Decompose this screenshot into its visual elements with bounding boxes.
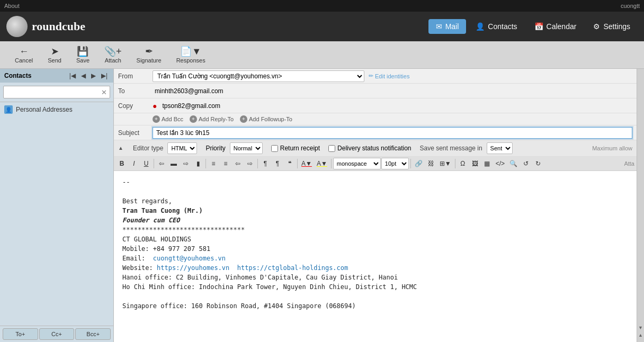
send-icon: ➤ [51, 47, 59, 56]
sidebar-nav: |◀ ◀ ▶ ▶| [68, 71, 109, 80]
compose-area: From Trần Tuấn Cường <cuongtt@youhomes.v… [114, 69, 637, 342]
add-reply-to-button[interactable]: + Add Reply-To [190, 115, 234, 123]
fmt-divider-1 [154, 159, 154, 168]
from-select[interactable]: Trần Tuấn Cường <cuongtt@youhomes.vn> [153, 70, 364, 82]
font-size-select[interactable]: 10pt [381, 158, 409, 169]
sidebar-header: Contacts |◀ ◀ ▶ ▶| [0, 69, 113, 83]
nav-settings-label: Settings [603, 22, 630, 31]
editor-type-select[interactable]: HTML [167, 142, 197, 154]
ltr-button[interactable]: ¶ [260, 158, 271, 169]
copy-remove-icon[interactable]: ● [153, 102, 157, 110]
ordered-list-button[interactable]: ≡ [220, 158, 231, 169]
about-link[interactable]: About [4, 3, 20, 9]
font-family-select[interactable]: monospace [333, 158, 381, 169]
cancel-button[interactable]: ← Cancel [8, 44, 39, 66]
sidebar-title: Contacts [4, 72, 31, 79]
attach-button[interactable]: 📎+ Attach [98, 44, 128, 66]
expand-toggle-icon[interactable]: ▲ [118, 145, 124, 151]
underline-button[interactable]: U [140, 158, 152, 169]
unlink-button[interactable]: ⛓ [425, 158, 437, 169]
subject-input[interactable] [153, 127, 632, 139]
find-button[interactable]: 🔍 [507, 158, 520, 169]
align-center-button[interactable]: ▬ [168, 158, 180, 169]
font-color-button[interactable]: A▼ [299, 158, 314, 169]
sidebar-next-button[interactable]: ▶ [90, 71, 97, 80]
logo-text: roundcube [32, 20, 85, 33]
link-button[interactable]: 🔗 [413, 158, 425, 169]
responses-button[interactable]: 📄▼ Responses [170, 44, 212, 66]
priority-select[interactable]: Normal [230, 142, 263, 154]
nav-contacts-label: Contacts [488, 22, 517, 31]
code-button[interactable]: </> [494, 158, 507, 169]
bg-color-button[interactable]: A▼ [315, 158, 329, 169]
subject-row: Subject [114, 125, 637, 140]
cc-plus-button[interactable]: Cc+ [39, 328, 75, 340]
scroll-down-arrow[interactable]: ▼ [638, 325, 643, 330]
send-label: Send [48, 57, 61, 64]
save-button[interactable]: 💾 Save [70, 44, 96, 66]
rtl-button[interactable]: ¶ [272, 158, 283, 169]
sidebar-first-button[interactable]: |◀ [68, 71, 77, 80]
priority-option: Priority Normal [205, 142, 262, 154]
sig-email-link[interactable]: cuongtt@youhomes.vn [153, 255, 226, 262]
navbar: roundcube ✉ Mail 👤 Contacts 📅 Calendar ⚙… [0, 12, 644, 41]
unordered-list-button[interactable]: ≡ [208, 158, 219, 169]
add-followup-to-icon: + [240, 115, 247, 123]
special-char-button[interactable]: Ω [457, 158, 469, 169]
nav-calendar-button[interactable]: 📅 Calendar [527, 19, 584, 34]
blockquote-button[interactable]: ❝ [284, 158, 296, 169]
fmt-divider-4 [297, 159, 298, 168]
personal-addresses-item[interactable]: 👤 Personal Addresses [0, 102, 113, 117]
cancel-label: Cancel [15, 57, 33, 64]
search-clear-icon[interactable]: ✕ [101, 88, 107, 96]
redo-button[interactable]: ↻ [532, 158, 544, 169]
nav-buttons: ✉ Mail 👤 Contacts 📅 Calendar ⚙ Settings [428, 19, 638, 34]
to-input[interactable] [153, 86, 632, 96]
format-toolbar: B I U ⇦ ▬ ⇨ ▮ ≡ ≡ ⇦ ⇨ ¶ ¶ ❝ A▼ A▼ monosp… [114, 157, 637, 171]
undo-button[interactable]: ↺ [520, 158, 532, 169]
scroll-up-arrow[interactable]: ▲ [638, 332, 643, 338]
image-button[interactable]: 🖼 [469, 158, 481, 169]
toolbar: ← Cancel ➤ Send 💾 Save 📎+ Attach ✒ Signa… [0, 41, 644, 69]
outdent-button[interactable]: ⇦ [232, 158, 244, 169]
attach-hint-label: Atta [624, 160, 634, 167]
signature-button[interactable]: ✒ Signature [130, 44, 168, 66]
nav-contacts-button[interactable]: 👤 Contacts [468, 19, 524, 34]
mail-icon: ✉ [436, 22, 442, 31]
add-followup-to-button[interactable]: + Add Followup-To [240, 115, 292, 123]
table-button[interactable]: ⊞▼ [437, 158, 453, 169]
editor-content: -- Best regards, Tran Tuan Cuong (Mr.) F… [122, 177, 628, 311]
search-input[interactable] [3, 86, 110, 98]
nav-mail-button[interactable]: ✉ Mail [428, 19, 467, 34]
editor-options-row: ▲ Editor type HTML Priority Normal Retur… [114, 140, 637, 157]
bcc-plus-button[interactable]: Bcc+ [75, 328, 111, 340]
sidebar: Contacts |◀ ◀ ▶ ▶| ✕ 👤 Personal Addresse… [0, 69, 114, 342]
editor-body[interactable]: -- Best regards, Tran Tuan Cuong (Mr.) F… [114, 171, 637, 342]
responses-icon: 📄▼ [180, 47, 201, 56]
sig-website-link[interactable]: https://youhomes.vn https://ctglobal-hol… [157, 264, 348, 272]
align-justify-button[interactable]: ▮ [192, 158, 204, 169]
return-receipt-checkbox[interactable] [271, 145, 278, 152]
add-extras-row: + Add Bcc + Add Reply-To + Add Followup-… [114, 113, 637, 125]
send-button[interactable]: ➤ Send [41, 44, 68, 66]
edit-identities-link[interactable]: ✏ Edit identities [369, 73, 409, 79]
italic-button[interactable]: I [128, 158, 140, 169]
sidebar-prev-button[interactable]: ◀ [79, 71, 87, 80]
sig-name: Tran Tuan Cuong (Mr.) [122, 207, 203, 214]
copy-label: Copy [118, 102, 153, 110]
copy-input[interactable] [160, 101, 632, 111]
search-box: ✕ [0, 83, 113, 102]
delivery-status-checkbox[interactable] [328, 145, 335, 152]
nav-settings-button[interactable]: ⚙ Settings [586, 19, 638, 34]
media-button[interactable]: ▦ [481, 158, 493, 169]
nav-mail-label: Mail [445, 22, 459, 31]
add-bcc-button[interactable]: + Add Bcc [153, 115, 183, 123]
indent-button[interactable]: ⇨ [244, 158, 256, 169]
signature-label: Signature [137, 57, 162, 64]
sidebar-last-button[interactable]: ▶| [100, 71, 109, 80]
to-plus-button[interactable]: To+ [3, 328, 38, 340]
bold-button[interactable]: B [116, 158, 128, 169]
align-left-button[interactable]: ⇦ [156, 158, 167, 169]
save-sent-folder-select[interactable]: Sent [487, 142, 513, 154]
align-right-button[interactable]: ⇨ [180, 158, 192, 169]
